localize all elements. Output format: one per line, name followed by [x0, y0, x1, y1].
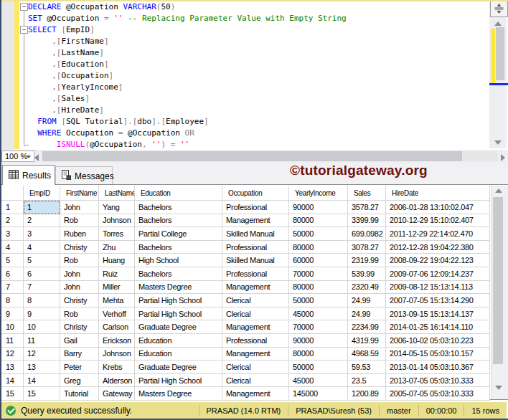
grid-cell[interactable]: Greg: [60, 374, 99, 388]
grid-cell[interactable]: John: [60, 267, 99, 281]
grid-cell[interactable]: 8: [24, 294, 60, 307]
grid-cell[interactable]: 2012-12-28 19:04:22.380: [386, 241, 490, 254]
grid-cell[interactable]: Bachelors: [135, 214, 222, 228]
grid-cell[interactable]: Graduate Degree: [135, 320, 222, 334]
grid-cell[interactable]: Skilled Manual: [222, 254, 289, 267]
grid-cell[interactable]: Masters Degree: [135, 387, 222, 401]
grid-cell[interactable]: Management: [222, 281, 289, 295]
grid-cell[interactable]: 539.99: [348, 267, 386, 281]
grid-cell[interactable]: 24.99: [348, 307, 386, 321]
grid-scroll-thumb[interactable]: [493, 197, 503, 364]
grid-cell[interactable]: Gail: [60, 334, 99, 348]
grid-cell[interactable]: 3078.27: [348, 241, 386, 254]
grid-cell[interactable]: 80000: [289, 348, 348, 361]
grid-cell[interactable]: Alderson: [99, 374, 135, 388]
grid-cell[interactable]: 59.53: [348, 361, 386, 374]
grid-cell[interactable]: 2008-09-22 19:04:22.123: [386, 254, 490, 267]
grid-cell[interactable]: 2: [24, 214, 60, 228]
grid-cell[interactable]: 15: [24, 387, 60, 401]
grid-cell[interactable]: 2320.49: [348, 281, 386, 295]
grid-cell[interactable]: Yang: [99, 201, 135, 214]
grid-cell[interactable]: 4: [24, 241, 60, 254]
grid-cell[interactable]: 80000: [289, 281, 348, 295]
grid-cell[interactable]: 50000: [289, 294, 348, 307]
row-header[interactable]: 7: [1, 281, 24, 295]
grid-cell[interactable]: 60000: [289, 254, 348, 267]
grid-cell[interactable]: 7: [24, 281, 60, 295]
row-header[interactable]: 6: [1, 267, 24, 281]
grid-cell[interactable]: 2014-01-25 16:14:14.110: [386, 320, 490, 334]
grid-cell[interactable]: Carlson: [99, 320, 135, 334]
column-header[interactable]: FirstName: [60, 186, 99, 201]
grid-cell[interactable]: Graduate Degree: [135, 361, 222, 374]
grid-cell[interactable]: 50000: [289, 361, 348, 374]
grid-cell[interactable]: Professional: [222, 201, 289, 214]
collapse-region-icon[interactable]: −: [20, 26, 28, 34]
grid-cell[interactable]: Christy: [60, 241, 99, 254]
grid-cell[interactable]: 11: [24, 334, 60, 348]
grid-cell[interactable]: Gateway: [99, 387, 135, 401]
sql-code[interactable]: DECLARE @Occupation VARCHAR(50)SET @Occu…: [28, 1, 347, 151]
grid-cell[interactable]: 2010-12-29 15:10:02.407: [386, 214, 490, 228]
grid-cell[interactable]: 2007-07-05 15:13:14.290: [386, 294, 490, 307]
grid-cell[interactable]: Rob: [60, 214, 99, 228]
grid-cell[interactable]: 3399.99: [348, 214, 386, 228]
column-header[interactable]: Occupation: [222, 186, 289, 201]
editor-scroll-thumb[interactable]: [496, 27, 504, 80]
grid-cell[interactable]: 80000: [289, 241, 348, 254]
grid-cell[interactable]: 2014-05-15 05:03:10.157: [386, 348, 490, 361]
tab-results[interactable]: Results: [2, 165, 55, 185]
grid-cell[interactable]: Torres: [99, 227, 135, 241]
grid-cell[interactable]: 2234.99: [348, 320, 386, 334]
row-header[interactable]: 8: [1, 294, 24, 307]
grid-cell[interactable]: 13: [24, 361, 60, 374]
grid-cell[interactable]: Professional: [222, 267, 289, 281]
grid-cell[interactable]: Clerical: [222, 307, 289, 321]
grid-cell[interactable]: Christy: [60, 320, 99, 334]
grid-cell[interactable]: Bachelors: [135, 267, 222, 281]
editor-hscroll-thumb[interactable]: [42, 151, 462, 161]
grid-cell[interactable]: 2006-01-28 13:10:02.047: [386, 201, 490, 214]
grid-cell[interactable]: Clerical: [222, 374, 289, 388]
grid-cell[interactable]: 1200.89: [348, 387, 386, 401]
grid-cell[interactable]: Krebs: [99, 361, 135, 374]
grid-cell[interactable]: Barry: [60, 348, 99, 361]
column-header[interactable]: EmpID: [24, 186, 60, 201]
grid-cell[interactable]: Rob: [60, 254, 99, 267]
grid-cell[interactable]: Ruiz: [99, 267, 135, 281]
grid-cell[interactable]: Skilled Manual: [222, 227, 289, 241]
sql-editor[interactable]: DECLARE @Occupation VARCHAR(50)SET @Occu…: [1, 1, 508, 150]
grid-cell[interactable]: Johnson: [99, 214, 135, 228]
grid-cell[interactable]: 1: [24, 201, 60, 214]
grid-cell[interactable]: 9: [24, 307, 60, 321]
grid-cell[interactable]: 2319.99: [348, 254, 386, 267]
grid-cell[interactable]: Clerical: [222, 294, 289, 307]
grid-cell[interactable]: 5: [24, 254, 60, 267]
grid-cell[interactable]: John: [60, 281, 99, 295]
grid-scroll-up-icon[interactable]: [495, 188, 502, 193]
column-header[interactable]: Sales: [348, 186, 386, 201]
grid-cell[interactable]: 145000: [289, 387, 348, 401]
row-header[interactable]: 13: [1, 361, 24, 374]
hscroll-left-icon[interactable]: [34, 154, 39, 161]
grid-cell[interactable]: Mehta: [99, 294, 135, 307]
grid-cell[interactable]: Masters Degree: [135, 281, 222, 295]
grid-cell[interactable]: Clerical: [222, 361, 289, 374]
row-header[interactable]: 14: [1, 374, 24, 388]
row-header[interactable]: 3: [1, 227, 24, 241]
grid-cell[interactable]: 10: [24, 320, 60, 334]
grid-cell[interactable]: Partial High School: [135, 307, 222, 321]
row-header[interactable]: 5: [1, 254, 24, 267]
grid-cell[interactable]: Zhu: [99, 241, 135, 254]
grid-cell[interactable]: 4968.59: [348, 348, 386, 361]
grid-cell[interactable]: Erickson: [99, 334, 135, 348]
row-header[interactable]: 2: [1, 214, 24, 228]
grid-cell[interactable]: Tutorial: [60, 387, 99, 401]
grid-cell[interactable]: 50000: [289, 227, 348, 241]
grid-cell[interactable]: Peter: [60, 361, 99, 374]
grid-cell[interactable]: 2013-09-15 15:13:14.137: [386, 307, 490, 321]
row-header[interactable]: 12: [1, 348, 24, 361]
grid-corner-cell[interactable]: [1, 186, 24, 201]
grid-cell[interactable]: Professional: [222, 241, 289, 254]
grid-cell[interactable]: 2009-07-06 12:09:14.237: [386, 267, 490, 281]
